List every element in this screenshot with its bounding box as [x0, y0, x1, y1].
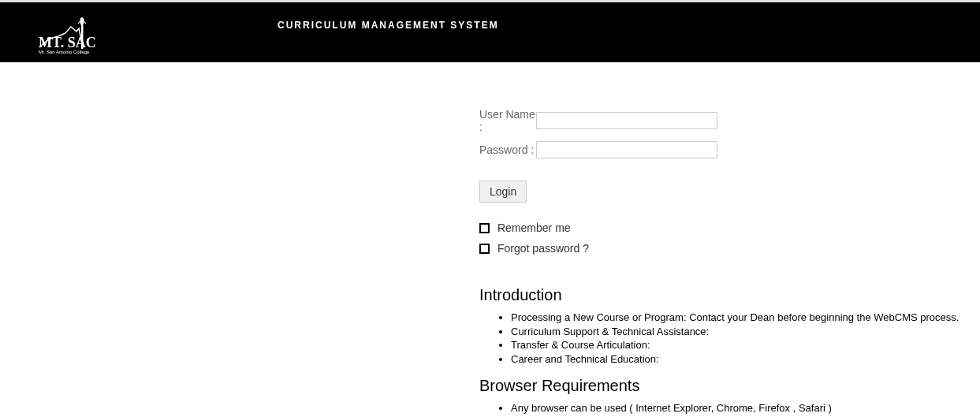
list-item: Processing a New Course or Program: Cont… [511, 311, 980, 325]
forgot-password-checkbox[interactable] [479, 244, 490, 254]
main-content: User Name : Password : Login Remember me… [0, 62, 980, 415]
introduction-list: Processing a New Course or Program: Cont… [511, 311, 980, 366]
password-label: Password : [479, 143, 536, 156]
remember-me-checkbox[interactable] [479, 223, 490, 233]
page-title: CURRICULUM MANAGEMENT SYSTEM [278, 20, 499, 31]
browser-requirements-list: Any browser can be used ( Internet Explo… [511, 401, 980, 415]
header: MT. SAC Mt. San Antonio College CURRICUL… [0, 2, 980, 62]
list-item: Any browser can be used ( Internet Explo… [511, 401, 980, 415]
svg-text:Mt. San Antonio College: Mt. San Antonio College [39, 50, 90, 54]
list-item: Career and Technical Education: [511, 352, 980, 367]
login-button[interactable]: Login [479, 181, 527, 203]
logo: MT. SAC Mt. San Antonio College [35, 9, 100, 55]
username-label: User Name : [479, 108, 536, 133]
username-input[interactable] [536, 112, 717, 129]
forgot-password-label[interactable]: Forgot password ? [497, 242, 589, 255]
list-item: Transfer & Course Articulation: [511, 338, 980, 352]
logo-icon: MT. SAC Mt. San Antonio College [35, 9, 100, 55]
introduction-title: Introduction [479, 286, 980, 304]
svg-text:MT. SAC: MT. SAC [39, 35, 96, 50]
browser-requirements-title: Browser Requirements [479, 377, 980, 395]
list-item: Curriculum Support & Technical Assistanc… [511, 325, 980, 339]
remember-me-label[interactable]: Remember me [497, 222, 571, 234]
password-input[interactable] [536, 141, 717, 158]
